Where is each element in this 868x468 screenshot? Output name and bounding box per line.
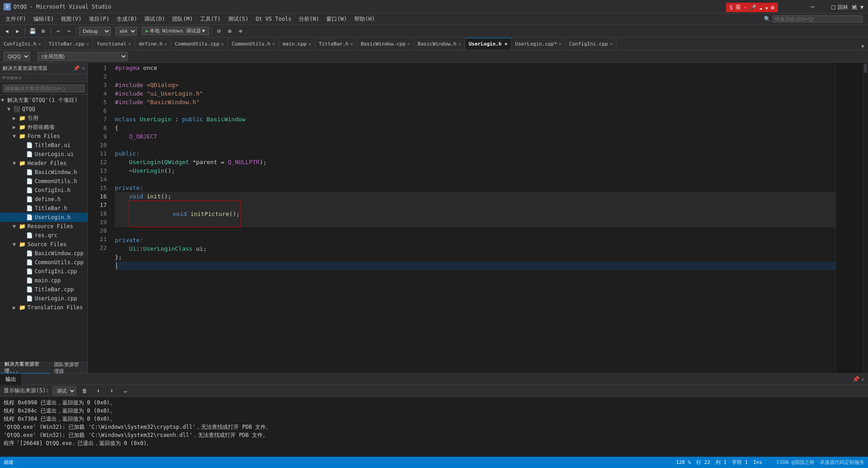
menu-debug[interactable]: 调试(D) [141,14,169,25]
sidebar-pin[interactable]: 📌 [73,65,80,71]
tab-close-commonutils-h[interactable]: ✕ [272,41,275,46]
code-content[interactable]: #pragma once #include <QDialog> #include… [110,63,836,373]
tab-titlebar-h[interactable]: TitleBar.h ✕ [315,38,357,50]
toolbar-save[interactable]: 💾 [27,26,37,36]
tree-header-files[interactable]: ▼ 📁 Header Files [0,159,87,168]
tab-commonutils-h[interactable]: CommonUtils.h ✕ [228,38,279,50]
menu-tools[interactable]: 工具(T) [196,14,224,25]
panel-close-icon[interactable]: ✕ [861,376,864,382]
tab-close-configini-cpp[interactable]: ✕ [610,41,612,46]
tab-close-main-cpp[interactable]: ✕ [308,41,311,46]
tree-external[interactable]: ▶ 📁 外部依赖项 [0,123,87,132]
quick-launch-input[interactable] [772,15,863,23]
panel-pin-icon[interactable]: 📌 [853,376,859,382]
scope-dropdown[interactable]: (全局范围) [37,52,128,61]
toolbar-extra2[interactable]: ⊞ [225,26,235,36]
toolbar-back[interactable]: ◀ [2,26,12,36]
tree-solution[interactable]: ▼ 解决方案'QTQQ'(1 个项目) [0,96,87,105]
output-clear[interactable]: 🗑 [80,386,90,396]
sidebar-filter[interactable]: ⊡ [7,75,10,81]
output-tab[interactable]: 输出 [0,374,22,385]
toolbar-undo[interactable]: ↩ [53,26,63,36]
run-button[interactable]: ▶ 本地 Windows 调试器 ▼ [142,27,209,35]
toolbar-extra3[interactable]: ⊕ [236,26,246,36]
tab-userlogin-h[interactable]: UserLogin.h × [465,38,512,50]
menu-qt[interactable]: Qt VS Tools [252,14,295,25]
tab-userlogin-cpp[interactable]: UserLogin.cpp* ✕ [512,38,566,50]
output-scroll-top[interactable]: ⬆ [93,386,103,396]
minimize-button[interactable]: ─ [802,0,823,14]
sidebar-expand[interactable]: ⊞ [11,75,14,81]
tree-commonutils-h[interactable]: 📄 CommonUtils.h [0,177,87,186]
toolbar-forward[interactable]: ▶ [13,26,23,36]
tree-references[interactable]: ▶ 📁 引用 [0,114,87,123]
menu-file[interactable]: 文件(F) [2,14,30,25]
tree-project-qtqq[interactable]: ▼ ⬛ QTQQ [0,105,87,114]
menu-test[interactable]: 测试(S) [224,14,252,25]
menu-project[interactable]: 项目(P) [85,14,113,25]
tab-basicwindow-h[interactable]: BasicWindow.h ✕ [414,38,465,50]
ime-mic[interactable]: 🎤 [749,5,756,11]
scrollbar-thumb[interactable] [864,64,867,73]
tab-titlebar-cpp[interactable]: TitleBar.cpp ✕ [45,38,93,50]
toolbar-redo[interactable]: ↪ [64,26,74,36]
tab-close-titlebar-cpp[interactable]: ✕ [86,41,89,46]
tree-userlogin-cpp[interactable]: 📄 UserLogin.cpp [0,294,87,303]
sidebar-close[interactable]: ✕ [82,65,85,71]
tab-define-h[interactable]: define.h ✕ [135,38,171,50]
sidebar-sync[interactable]: ⟳ [2,75,6,81]
tree-userlogin-h[interactable]: 📄 UserLogin.h [0,213,87,222]
tree-form-files[interactable]: ▼ 📁 Form Files [0,132,87,141]
tree-define-h[interactable]: 📄 define.h [0,195,87,204]
tab-close-configini-h[interactable]: ✕ [38,41,41,46]
tab-functional[interactable]: functional ✕ [93,38,135,50]
tab-close-basicwindow-h[interactable]: ✕ [458,41,461,46]
tree-basicwindow-h[interactable]: 📄 BasicWindow.h [0,168,87,177]
tab-close-define-h[interactable]: ✕ [164,41,167,46]
tree-configini-cpp[interactable]: 📄 ConfigIni.cpp [0,267,87,276]
tree-commonutils-cpp[interactable]: 📄 CommonUtils.cpp [0,258,87,267]
output-scroll-bottom[interactable]: ⬇ [107,386,117,396]
tree-source-files[interactable]: ▼ 📁 Source Files [0,240,87,249]
menu-edit[interactable]: 编辑(E) [30,14,58,25]
team-explorer-tab[interactable]: 团队资源管理器 [50,362,87,374]
tab-overflow[interactable]: ▼ [858,43,868,50]
tree-res-qrc[interactable]: 📄 res.qrc [0,231,87,240]
tree-main-cpp[interactable]: 📄 main.cpp [0,276,87,285]
sidebar-search-input[interactable] [3,84,85,92]
vertical-scrollbar[interactable] [863,63,868,373]
tree-translation-files[interactable]: ▶ 📁 Translation Files [0,303,87,312]
tree-titlebar-ui[interactable]: 📄 TitleBar.ui [0,141,87,150]
tab-close-titlebar-h[interactable]: ✕ [350,41,353,46]
tab-close-commonutils-cpp[interactable]: ✕ [221,41,224,46]
file-scope-dropdown[interactable]: QtQQ [4,52,30,61]
tab-basicwindow-cpp[interactable]: BasicWindow.cpp ✕ [357,38,414,50]
output-source-select[interactable]: 调试 [53,386,76,395]
tab-close-userlogin-cpp[interactable]: ✕ [559,41,562,46]
toolbar-save-all[interactable]: ⊞ [38,26,48,36]
tab-close-basicwindow-cpp[interactable]: ✕ [407,41,410,46]
sidebar-refresh[interactable]: ↺ [18,75,22,81]
tree-resource-files[interactable]: ▼ 📁 Resource Files [0,222,87,231]
tree-configini-h[interactable]: 📄 ConfigIni.h [0,186,87,195]
tab-close-functional[interactable]: ✕ [128,41,131,46]
tab-configini-cpp[interactable]: ConfigIni.cpp ✕ [566,38,617,50]
tree-userlogin-ui[interactable]: 📄 UserLogin.ui [0,150,87,159]
menu-view[interactable]: 视图(V) [57,14,85,25]
menu-window[interactable]: 窗口(W) [323,14,351,25]
tree-titlebar-h[interactable]: 📄 TitleBar.h [0,204,87,213]
tab-commonutils-cpp[interactable]: CommonUtils.cpp ✕ [171,38,228,50]
menu-team[interactable]: 团队(M) [169,14,196,25]
tab-configini-h[interactable]: ConfigIni.h ✕ [0,38,45,50]
platform-dropdown[interactable]: x64 x86 [115,27,137,36]
config-dropdown[interactable]: Debug Release [79,27,111,36]
tree-basicwindow-cpp[interactable]: 📄 BasicWindow.cpp [0,249,87,258]
tab-main-cpp[interactable]: main.cpp ✕ [279,38,315,50]
menu-build[interactable]: 生成(B) [113,14,141,25]
toolbar-extra1[interactable]: ⊟ [214,26,224,36]
menu-analyze[interactable]: 分析(N) [295,14,323,25]
tree-titlebar-cpp[interactable]: 📄 TitleBar.cpp [0,285,87,294]
menu-help[interactable]: 帮助(H) [351,14,379,25]
output-wrap[interactable]: ↵ [120,386,130,396]
sidebar-collapse[interactable]: ⊟ [14,75,18,81]
